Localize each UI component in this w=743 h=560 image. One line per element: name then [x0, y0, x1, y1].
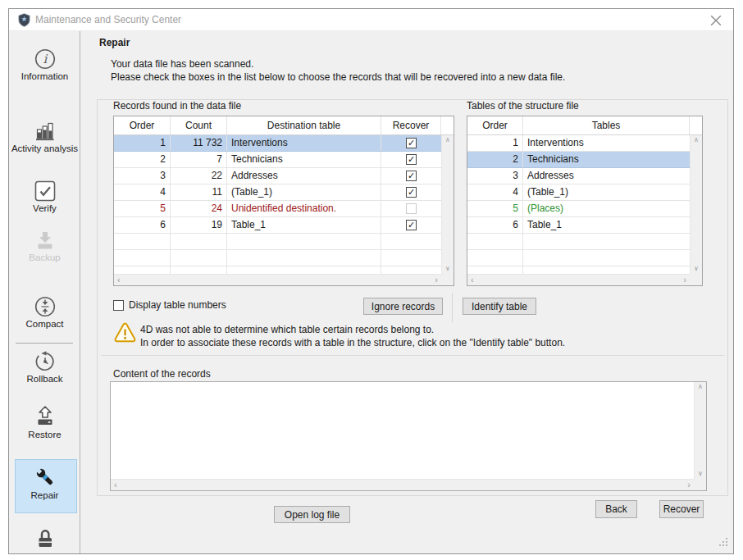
- recover-cell: [381, 250, 441, 266]
- sidebar-item-encrypt[interactable]: Encrypt: [9, 526, 80, 554]
- sidebar-item-restore[interactable]: Restore: [9, 405, 80, 440]
- structure-table-header: Order Tables: [467, 116, 702, 135]
- records-table-row[interactable]: 619Table_1: [114, 217, 441, 234]
- recover-cell: [381, 184, 441, 200]
- column-header-spacer: [441, 116, 454, 134]
- order-cell: 3: [114, 168, 171, 184]
- close-icon[interactable]: [710, 15, 722, 26]
- sidebar-item-label: Rollback: [9, 374, 80, 385]
- order-cell: 5: [114, 201, 171, 216]
- back-button[interactable]: Back: [595, 500, 637, 518]
- recover-checkbox[interactable]: [406, 138, 417, 148]
- structure-section-title: Tables of the structure file: [467, 100, 579, 112]
- destination-cell: Unidentified destination.: [227, 201, 381, 216]
- order-cell: 2: [467, 152, 523, 167]
- scroll-down-icon[interactable]: [442, 265, 454, 273]
- sidebar-item-label: Encrypt: [9, 553, 80, 554]
- content-vscroll[interactable]: [694, 382, 706, 479]
- structure-table-row[interactable]: 3Addresses: [467, 168, 690, 184]
- column-header-order: Order: [114, 116, 171, 134]
- count-cell: 24: [171, 201, 227, 216]
- structure-table-row[interactable]: 5(Places): [467, 201, 690, 217]
- structure-table-row[interactable]: 6Table_1: [467, 217, 690, 234]
- info-icon: i: [34, 48, 56, 70]
- scrollbar-corner: [690, 274, 702, 285]
- order-cell: 1: [467, 135, 523, 151]
- scroll-down-icon[interactable]: [691, 265, 702, 273]
- structure-table-hscroll[interactable]: [467, 274, 690, 285]
- records-table-row[interactable]: 322Addresses: [114, 168, 441, 184]
- structure-table-row[interactable]: 4(Table_1): [467, 184, 690, 201]
- scroll-left-icon[interactable]: [117, 275, 121, 285]
- identify-table-button[interactable]: Identify table: [463, 298, 536, 315]
- recover-checkbox[interactable]: [406, 220, 417, 230]
- content-hscroll[interactable]: [111, 479, 694, 490]
- count-cell: [171, 250, 227, 266]
- scroll-up-icon[interactable]: [695, 383, 706, 391]
- recover-checkbox[interactable]: [406, 187, 417, 198]
- scroll-down-icon[interactable]: [695, 470, 706, 478]
- structure-table: Order Tables 1Interventions2Technicians3…: [467, 116, 703, 286]
- sidebar-item-information[interactable]: i Information: [9, 48, 80, 82]
- recover-button[interactable]: Recover: [659, 500, 704, 518]
- structure-table-vscroll[interactable]: [690, 135, 702, 274]
- column-header-destination-table: Destination table: [227, 116, 381, 134]
- order-cell: [114, 250, 171, 266]
- scroll-right-icon[interactable]: [435, 275, 438, 285]
- sidebar-item-compact[interactable]: Compact: [9, 296, 80, 330]
- table-name-cell: [523, 250, 690, 266]
- records-table-vscroll[interactable]: [441, 135, 454, 274]
- resize-grip[interactable]: [719, 535, 728, 550]
- scroll-left-icon[interactable]: [471, 275, 474, 285]
- warning-triangle-icon: [113, 321, 137, 347]
- scroll-right-icon[interactable]: [683, 275, 686, 285]
- structure-table-row[interactable]: 1Interventions: [467, 135, 690, 152]
- recover-cell: [381, 168, 441, 184]
- count-cell: 11: [171, 184, 227, 200]
- table-name-cell: Interventions: [523, 135, 690, 151]
- record-content-listbox[interactable]: [110, 381, 707, 491]
- count-cell: 11 732: [171, 135, 227, 151]
- table-name-cell: Table_1: [523, 217, 690, 233]
- warning-text-line1: 4D was not able to determine which table…: [140, 324, 434, 335]
- records-section-title: Records found in the data file: [113, 100, 241, 112]
- recover-cell: [381, 152, 441, 167]
- destination-cell: (Table_1): [227, 184, 381, 200]
- warning-text-line2: In order to associate these records with…: [140, 337, 565, 348]
- sidebar-item-rollback[interactable]: Rollback: [9, 351, 80, 385]
- sidebar-item-label: Backup: [9, 253, 80, 263]
- ignore-records-button[interactable]: Ignore records: [363, 298, 443, 315]
- records-table-hscroll[interactable]: [114, 274, 441, 285]
- records-table-row[interactable]: 411(Table_1): [114, 184, 441, 201]
- destination-cell: Interventions: [227, 135, 381, 151]
- sidebar-item-repair[interactable]: Repair: [9, 466, 80, 501]
- structure-table-row[interactable]: 2Technicians: [467, 152, 690, 168]
- rollback-clock-icon: [34, 351, 56, 372]
- sidebar-divider: [16, 343, 73, 344]
- column-header-recover: Recover: [381, 116, 441, 134]
- sidebar-item-verify[interactable]: Verify: [9, 180, 80, 214]
- bar-chart-icon: [34, 121, 56, 142]
- open-log-file-button[interactable]: Open log file: [274, 506, 350, 523]
- records-table-row[interactable]: 27Technicians: [114, 152, 441, 168]
- records-table: Order Count Destination table Recover 11…: [113, 116, 454, 286]
- scroll-up-icon[interactable]: [691, 136, 702, 144]
- scroll-up-icon[interactable]: [442, 136, 454, 144]
- section-divider: [452, 293, 453, 322]
- intro-text-line2: Please check the boxes in the list below…: [111, 71, 565, 83]
- column-header-spacer: [690, 116, 702, 134]
- recover-checkbox[interactable]: [406, 171, 417, 181]
- recover-checkbox[interactable]: [406, 154, 417, 165]
- count-cell: [171, 234, 227, 249]
- sidebar-item-backup: Backup: [9, 230, 80, 263]
- horizontal-divider: [101, 355, 724, 356]
- sidebar-item-label: Activity analysis: [9, 143, 80, 154]
- scroll-right-icon[interactable]: [687, 480, 691, 489]
- sidebar-item-activity-analysis[interactable]: Activity analysis: [9, 121, 80, 154]
- display-table-numbers-checkbox[interactable]: [113, 300, 124, 311]
- scroll-left-icon[interactable]: [114, 480, 117, 489]
- records-table-row[interactable]: 111 732Interventions: [114, 135, 441, 152]
- restore-drive-icon: [34, 405, 56, 428]
- records-table-row[interactable]: 524Unidentified destination.: [114, 201, 441, 217]
- window-title: Maintenance and Security Center: [35, 9, 181, 31]
